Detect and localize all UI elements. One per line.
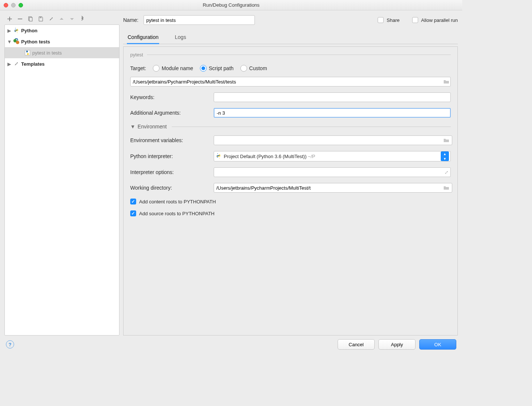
wrench-icon bbox=[13, 60, 20, 67]
radio-icon bbox=[153, 65, 160, 72]
tab-configuration[interactable]: Configuration bbox=[127, 31, 159, 44]
target-label: Target: bbox=[130, 65, 146, 71]
svg-rect-1 bbox=[29, 17, 32, 21]
share-checkbox[interactable]: Share bbox=[378, 17, 400, 23]
cancel-button[interactable]: Cancel bbox=[338, 339, 375, 350]
svg-point-4 bbox=[16, 41, 19, 44]
keywords-input[interactable] bbox=[214, 92, 451, 102]
interp-opts-label: Interpreter options: bbox=[130, 169, 210, 175]
pytest-fieldset: pytest Target: Module name Script path bbox=[130, 52, 451, 118]
tree-item-python-tests[interactable]: ▼ Python tests bbox=[5, 36, 119, 47]
chevron-down-icon: ▼ bbox=[130, 124, 135, 130]
tree-label: Python bbox=[21, 28, 37, 33]
tree-label: Python tests bbox=[21, 39, 50, 45]
expand-icon[interactable]: ⤢ bbox=[442, 168, 451, 177]
interpreter-label: Python interpreter: bbox=[130, 153, 210, 159]
tree-label: Templates bbox=[21, 61, 45, 67]
python-icon bbox=[13, 27, 20, 34]
tree-label: pytest in tests bbox=[32, 50, 62, 56]
target-script-radio[interactable]: Script path bbox=[200, 65, 234, 72]
chevron-right-icon: ▶ bbox=[7, 61, 12, 67]
wrench-icon[interactable] bbox=[47, 14, 56, 23]
add-icon[interactable] bbox=[5, 14, 14, 23]
tab-logs[interactable]: Logs bbox=[174, 31, 187, 44]
tree-item-pytest[interactable]: pytest in tests bbox=[5, 47, 119, 58]
window-title: Run/Debug Configurations bbox=[0, 2, 462, 8]
allow-parallel-label: Allow parallel run bbox=[421, 17, 458, 23]
workdir-label: Working directory: bbox=[130, 185, 210, 191]
script-path-input[interactable] bbox=[130, 77, 451, 86]
checkbox-icon bbox=[130, 199, 136, 204]
python-icon bbox=[216, 153, 221, 160]
chevron-down-icon: ▼ bbox=[7, 39, 12, 45]
config-toolbar bbox=[4, 13, 119, 24]
envvars-input[interactable] bbox=[214, 135, 452, 145]
chevron-right-icon: ▶ bbox=[7, 28, 12, 33]
apply-button[interactable]: Apply bbox=[378, 339, 416, 350]
keywords-label: Keywords: bbox=[130, 94, 210, 100]
python-file-icon bbox=[24, 49, 31, 56]
folder-icon[interactable] bbox=[442, 183, 451, 192]
folder-icon[interactable] bbox=[442, 77, 451, 86]
add-source-roots-checkbox[interactable]: Add source roots to PYTHONPATH bbox=[130, 210, 451, 216]
move-down-icon bbox=[68, 14, 76, 23]
folder-icon[interactable] bbox=[442, 136, 451, 145]
remove-icon[interactable] bbox=[16, 14, 24, 23]
tree-item-python[interactable]: ▶ Python bbox=[5, 25, 119, 36]
python-tests-icon bbox=[13, 38, 20, 45]
checkbox-icon bbox=[378, 17, 384, 23]
checkbox-icon bbox=[412, 17, 418, 23]
interp-opts-input[interactable] bbox=[214, 167, 451, 177]
config-form: pytest Target: Module name Script path bbox=[123, 46, 458, 335]
move-up-icon bbox=[57, 14, 66, 23]
more-icon[interactable] bbox=[78, 14, 87, 23]
stepper-icon[interactable]: ▲▼ bbox=[441, 151, 449, 161]
interpreter-select[interactable]: Project Default (Python 3.6 (MultiTest))… bbox=[214, 151, 451, 161]
copy-icon[interactable] bbox=[26, 14, 35, 23]
radio-icon bbox=[200, 65, 207, 72]
target-custom-radio[interactable]: Custom bbox=[240, 65, 267, 72]
workdir-input[interactable] bbox=[214, 183, 452, 193]
help-icon[interactable]: ? bbox=[6, 340, 14, 348]
args-input[interactable] bbox=[214, 108, 451, 118]
ok-button[interactable]: OK bbox=[419, 339, 456, 350]
config-tree[interactable]: ▶ Python ▼ Python tests pytest in tests bbox=[4, 24, 119, 335]
args-label: Additional Arguments: bbox=[130, 110, 210, 116]
checkbox-icon bbox=[130, 210, 136, 216]
share-label: Share bbox=[387, 17, 400, 23]
titlebar: Run/Debug Configurations bbox=[0, 0, 462, 10]
tabs: Configuration Logs bbox=[123, 31, 458, 44]
name-input[interactable] bbox=[144, 15, 255, 25]
pytest-legend: pytest bbox=[130, 52, 147, 58]
environment-section-header[interactable]: ▼ Environment bbox=[130, 124, 451, 130]
allow-parallel-checkbox[interactable]: Allow parallel run bbox=[412, 17, 458, 23]
save-icon[interactable] bbox=[36, 14, 45, 23]
tree-item-templates[interactable]: ▶ Templates bbox=[5, 58, 119, 69]
radio-icon bbox=[240, 65, 247, 72]
name-label: Name: bbox=[123, 17, 138, 23]
svg-rect-2 bbox=[40, 17, 42, 18]
target-module-radio[interactable]: Module name bbox=[153, 65, 193, 72]
envvars-label: Environment variables: bbox=[130, 137, 210, 143]
add-content-roots-checkbox[interactable]: Add content roots to PYTHONPATH bbox=[130, 199, 451, 204]
